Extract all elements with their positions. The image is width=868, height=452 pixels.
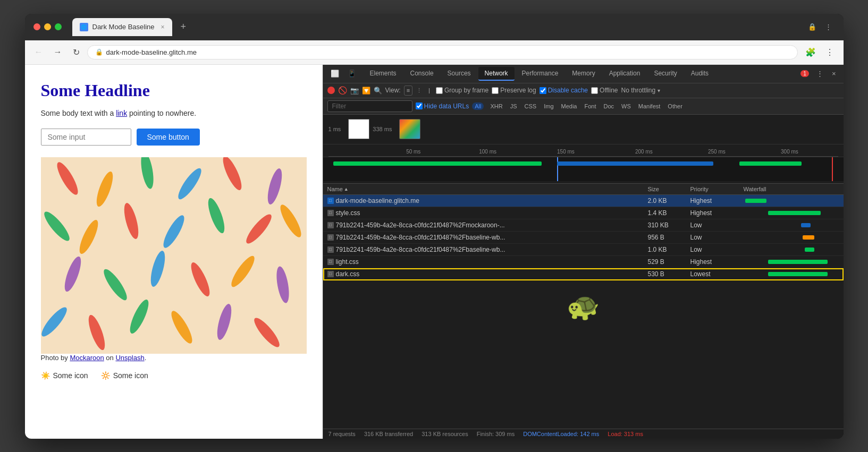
filter-bar: Hide data URLs All XHR JS CSS Img Media …	[323, 98, 844, 115]
row-size: 2.0 KB	[648, 197, 690, 204]
hide-data-urls-checkbox[interactable]: Hide data URLs	[416, 103, 469, 110]
minimize-button[interactable]	[44, 23, 51, 30]
screenshot-icon[interactable]: 📷	[350, 87, 359, 95]
search-icon[interactable]: 🔍	[374, 87, 382, 95]
tag-xhr[interactable]: XHR	[487, 102, 505, 110]
table-row[interactable]: □ 791b2241-459b-4a2e-8cca-c0fdc21f0487%2…	[323, 244, 844, 256]
tag-img[interactable]: Img	[541, 102, 557, 110]
tab-memory[interactable]: Memory	[566, 67, 601, 81]
device-icon[interactable]: 📱	[344, 68, 359, 79]
timeline-thumb-1[interactable]	[348, 119, 369, 139]
menu-button[interactable]: ⋮	[822, 45, 837, 59]
col-waterfall[interactable]: Waterfall	[744, 186, 839, 192]
tab-audits[interactable]: Audits	[685, 67, 715, 81]
icon-label-2: Some icon	[113, 371, 148, 380]
unsplash-link[interactable]: Unsplash	[115, 354, 144, 362]
tab-performance[interactable]: Performance	[516, 67, 565, 81]
table-row[interactable]: □ dark.css 530 B Lowest	[323, 268, 844, 280]
file-icon: □	[327, 234, 334, 241]
row-waterfall	[744, 197, 839, 205]
back-button[interactable]: ←	[31, 45, 46, 59]
view-list-icon[interactable]: ≡	[404, 86, 412, 96]
turtle-emoji: 🐢	[567, 291, 600, 322]
transferred-size: 316 KB transferred	[364, 431, 413, 437]
file-name: 791b2241-459b-4a2e-8cca-c0fdc21f0487%2Fm…	[336, 221, 505, 229]
clear-button[interactable]: 🚫	[338, 86, 347, 95]
view-waterfall-icon[interactable]: |	[426, 86, 433, 96]
table-row[interactable]: □ 791b2241-459b-4a2e-8cca-c0fdc21f0487%2…	[323, 232, 844, 244]
row-priority: Highest	[690, 209, 744, 217]
record-button[interactable]	[327, 87, 335, 94]
new-tab-button[interactable]: +	[176, 20, 191, 33]
devtools-close-icon[interactable]: ×	[829, 68, 839, 79]
tag-font[interactable]: Font	[581, 102, 599, 110]
devtools-more-icon[interactable]: ⋮	[813, 68, 827, 79]
tag-doc[interactable]: Doc	[600, 102, 617, 110]
status-bar: 7 requests 316 KB transferred 313 KB res…	[323, 429, 844, 439]
sun-icon-2: 🔆	[101, 371, 110, 380]
preserve-log-checkbox[interactable]: Preserve log	[492, 87, 536, 94]
time-label-1: 1 ms	[328, 126, 341, 132]
row-size: 529 B	[648, 258, 690, 266]
all-tag[interactable]: All	[472, 103, 484, 110]
file-name: dark-mode-baseline.glitch.me	[336, 197, 419, 204]
some-input[interactable]	[41, 129, 131, 146]
group-by-frame-checkbox[interactable]: Group by frame	[436, 87, 488, 94]
table-row[interactable]: □ 791b2241-459b-4a2e-8cca-c0fdc21f0487%2…	[323, 219, 844, 232]
col-size[interactable]: Size	[648, 186, 690, 192]
refresh-button[interactable]: ↻	[70, 45, 83, 59]
body-link[interactable]: link	[116, 109, 127, 117]
tag-media[interactable]: Media	[558, 102, 580, 110]
disable-cache-checkbox[interactable]: Disable cache	[540, 87, 588, 94]
row-priority: Highest	[690, 258, 744, 266]
close-button[interactable]	[33, 23, 40, 30]
tab-application[interactable]: Application	[603, 67, 647, 81]
tab-elements[interactable]: Elements	[364, 67, 403, 81]
tag-css[interactable]: CSS	[521, 102, 540, 110]
table-row[interactable]: □ dark-mode-baseline.glitch.me 2.0 KB Hi…	[323, 195, 844, 207]
row-waterfall	[744, 270, 839, 278]
col-name[interactable]: Name ▲	[327, 186, 648, 192]
body-text: Some body text with a link pointing to n…	[41, 108, 307, 119]
tab-console[interactable]: Console	[404, 67, 440, 81]
row-size: 310 KB	[648, 221, 690, 229]
inspect-icon[interactable]: ⬜	[327, 68, 342, 79]
col-priority[interactable]: Priority	[690, 186, 744, 192]
table-row[interactable]: □ style.css 1.4 KB Highest	[323, 207, 844, 219]
row-name-cell: □ light.css	[327, 258, 648, 266]
extension-icon[interactable]: 🔒	[805, 21, 820, 32]
row-waterfall	[744, 209, 839, 217]
tag-js[interactable]: JS	[507, 102, 520, 110]
active-tab[interactable]: 🌐 Dark Mode Baseline ×	[72, 18, 172, 36]
network-table: Name ▲ Size Priority Waterfall	[323, 184, 844, 429]
timeline-thumb-2[interactable]	[399, 119, 420, 139]
time-label-2: 338 ms	[373, 126, 392, 132]
filter-icon[interactable]: 🔽	[362, 87, 370, 95]
mockaroon-link[interactable]: Mockaroon	[70, 354, 104, 362]
tab-network[interactable]: Network	[478, 67, 515, 81]
throttle-dropdown[interactable]: No throttling ▾	[621, 87, 660, 94]
offline-checkbox[interactable]: Offline	[591, 87, 618, 94]
row-waterfall	[744, 258, 839, 266]
row-size: 1.0 KB	[648, 246, 690, 253]
file-icon: □	[327, 271, 334, 277]
forward-button[interactable]: →	[50, 45, 65, 59]
tag-other[interactable]: Other	[664, 102, 686, 110]
lock-icon: 🔒	[95, 48, 103, 56]
row-waterfall	[744, 233, 839, 242]
tag-ws[interactable]: WS	[618, 102, 634, 110]
menu-icon[interactable]: ⋮	[822, 21, 835, 32]
tab-sources[interactable]: Sources	[441, 67, 477, 81]
extensions-button[interactable]: 🧩	[802, 45, 819, 59]
filter-input[interactable]	[327, 100, 412, 112]
some-button[interactable]: Some button	[137, 129, 200, 146]
tab-security[interactable]: Security	[647, 67, 683, 81]
address-bar[interactable]: 🔒 dark-mode-baseline.glitch.me	[87, 45, 798, 59]
fullscreen-button[interactable]	[55, 23, 62, 30]
tab-close-button[interactable]: ×	[161, 23, 165, 31]
tag-manifest[interactable]: Manifest	[635, 102, 664, 110]
row-priority: Highest	[690, 197, 744, 204]
row-name-cell: □ 791b2241-459b-4a2e-8cca-c0fdc21f0487%2…	[327, 221, 648, 229]
view-grid-icon[interactable]: ⋮	[414, 86, 425, 96]
table-row[interactable]: □ light.css 529 B Highest	[323, 256, 844, 268]
